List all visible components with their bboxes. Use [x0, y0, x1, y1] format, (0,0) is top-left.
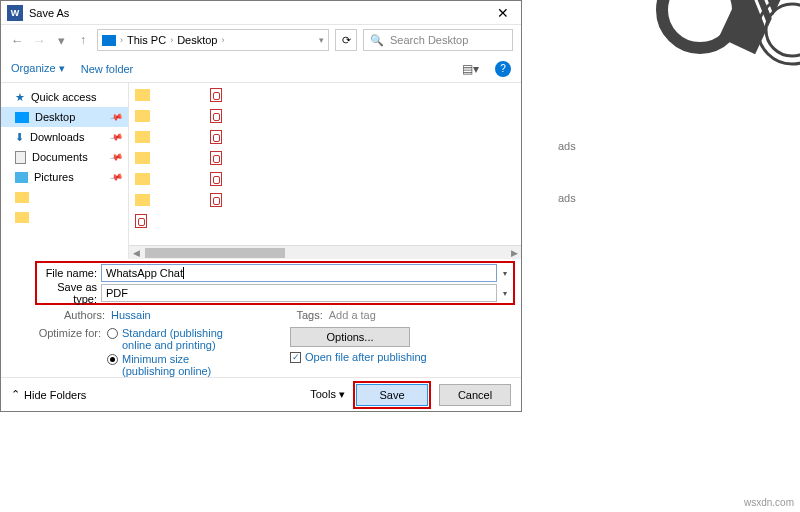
radio-minimum[interactable]: Minimum size (publishing online) [107, 353, 232, 377]
search-input[interactable]: 🔍 Search Desktop [363, 29, 513, 51]
list-item[interactable] [135, 150, 150, 166]
pin-icon: 📌 [109, 110, 124, 124]
list-item[interactable] [135, 108, 150, 124]
scroll-thumb[interactable] [145, 248, 285, 258]
optimize-section: Optimize for: Standard (publishing onlin… [1, 321, 521, 377]
type-dropdown[interactable]: ▾ [497, 289, 513, 298]
list-item[interactable] [210, 108, 222, 124]
pin-icon: 📌 [109, 130, 124, 144]
breadcrumb-this-pc[interactable]: This PC [127, 34, 166, 46]
pin-icon: 📌 [109, 170, 124, 184]
pdf-icon [210, 151, 222, 165]
folder-icon [135, 173, 150, 185]
list-item[interactable] [135, 171, 150, 187]
metadata-row: Authors:Hussain Tags:Add a tag [1, 305, 521, 321]
pdf-icon [210, 172, 222, 186]
radio-standard[interactable]: Standard (publishing online and printing… [107, 327, 232, 351]
toolbar: Organize ▾ New folder ▤▾ ? [1, 55, 521, 83]
view-menu[interactable]: ▤▾ [462, 62, 479, 76]
watermark: wsxdn.com [744, 497, 794, 508]
location-icon [102, 35, 116, 46]
scroll-right-button[interactable]: ▶ [507, 248, 521, 258]
radio-icon [107, 354, 118, 365]
close-button[interactable]: ✕ [485, 5, 521, 21]
save-button-highlight: Save [353, 381, 431, 409]
sidebar-item-documents[interactable]: Documents📌 [1, 147, 128, 167]
up-button[interactable]: ↑ [75, 33, 91, 47]
horizontal-scrollbar[interactable]: ◀ ▶ [129, 245, 521, 259]
recent-dropdown[interactable]: ▾ [53, 33, 69, 48]
list-item[interactable] [210, 150, 222, 166]
desktop-icon [15, 112, 29, 123]
folder-icon [135, 194, 150, 206]
radio-icon [107, 328, 118, 339]
pictures-icon [15, 172, 28, 183]
authors-label: Authors: [57, 309, 105, 321]
new-folder-button[interactable]: New folder [81, 63, 134, 75]
search-placeholder: Search Desktop [390, 34, 468, 46]
word-icon: W [7, 5, 23, 21]
sidebar-item-pictures[interactable]: Pictures📌 [1, 167, 128, 187]
filename-dropdown[interactable]: ▾ [497, 269, 513, 278]
sidebar-item-folder[interactable] [1, 187, 128, 207]
type-label: Save as type: [37, 281, 101, 305]
pdf-icon [210, 109, 222, 123]
list-item[interactable] [210, 129, 222, 145]
file-list[interactable] [129, 83, 521, 245]
list-item[interactable] [210, 192, 222, 208]
type-select[interactable]: PDF [101, 284, 497, 302]
chevron-up-icon: ⌃ [11, 388, 20, 401]
list-item[interactable] [135, 87, 150, 103]
sidebar-item-desktop[interactable]: Desktop📌 [1, 107, 128, 127]
folder-icon [135, 110, 150, 122]
refresh-button[interactable]: ⟳ [335, 29, 357, 51]
list-item[interactable] [135, 213, 150, 229]
list-item[interactable] [210, 87, 222, 103]
folder-icon [15, 212, 29, 223]
pin-icon: 📌 [109, 150, 124, 164]
forward-button[interactable]: → [31, 33, 47, 48]
sidebar-item-quick-access[interactable]: ★Quick access [1, 87, 128, 107]
filename-fields-highlight: File name: WhatsApp Chat ▾ Save as type:… [35, 261, 515, 305]
tools-menu[interactable]: Tools ▾ [310, 388, 345, 401]
list-item[interactable] [210, 171, 222, 187]
folder-icon [135, 152, 150, 164]
breadcrumb-desktop[interactable]: Desktop [177, 34, 217, 46]
pdf-icon [210, 193, 222, 207]
folder-icon [135, 89, 150, 101]
options-button[interactable]: Options... [290, 327, 410, 347]
pdf-icon [135, 214, 147, 228]
sidebar-item-folder[interactable] [1, 207, 128, 227]
dialog-footer: ⌃Hide Folders Tools ▾ Save Cancel [1, 377, 521, 411]
list-item[interactable] [135, 129, 150, 145]
list-item[interactable] [135, 192, 150, 208]
filename-label: File name: [37, 267, 101, 279]
folder-icon [135, 131, 150, 143]
scroll-left-button[interactable]: ◀ [129, 248, 143, 258]
authors-value[interactable]: Hussain [111, 309, 151, 321]
open-after-publish-checkbox[interactable]: ✓Open file after publishing [290, 351, 427, 363]
cancel-button[interactable]: Cancel [439, 384, 511, 406]
organize-menu[interactable]: Organize ▾ [11, 62, 65, 75]
desktop-background [520, 0, 800, 512]
nav-bar: ← → ▾ ↑ › This PC › Desktop › ▾ ⟳ 🔍 Sear… [1, 25, 521, 55]
documents-icon [15, 151, 26, 164]
pdf-icon [210, 88, 222, 102]
background-graphic [540, 0, 800, 150]
obscured-window-text: ads ads [540, 140, 610, 204]
save-as-dialog: W Save As ✕ ← → ▾ ↑ › This PC › Desktop … [0, 0, 522, 412]
nav-sidebar: ★Quick access Desktop📌 ⬇Downloads📌 Docum… [1, 83, 129, 259]
tags-value[interactable]: Add a tag [329, 309, 376, 321]
hide-folders-button[interactable]: ⌃Hide Folders [11, 388, 86, 401]
sidebar-item-downloads[interactable]: ⬇Downloads📌 [1, 127, 128, 147]
save-button[interactable]: Save [356, 384, 428, 406]
breadcrumb-dropdown[interactable]: ▾ [319, 35, 324, 45]
file-pane: ◀ ▶ [129, 83, 521, 259]
downloads-icon: ⬇ [15, 131, 24, 144]
help-button[interactable]: ? [495, 61, 511, 77]
breadcrumb[interactable]: › This PC › Desktop › ▾ [97, 29, 329, 51]
tags-label: Tags: [275, 309, 323, 321]
star-icon: ★ [15, 91, 25, 104]
filename-input[interactable]: WhatsApp Chat [101, 264, 497, 282]
back-button[interactable]: ← [9, 33, 25, 48]
